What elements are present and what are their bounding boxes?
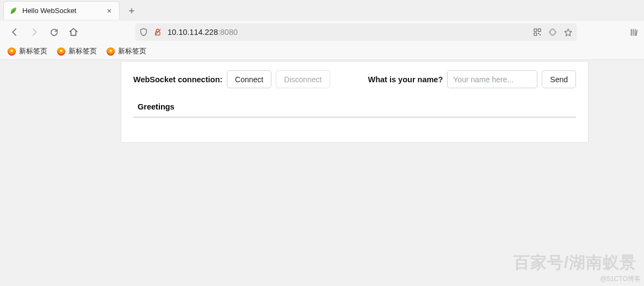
extension-icon[interactable] bbox=[548, 28, 557, 36]
browser-toolbar: 10.10.114.228 :8080 bbox=[0, 21, 644, 44]
home-button[interactable] bbox=[65, 24, 82, 40]
svg-rect-5 bbox=[538, 33, 539, 34]
bookmark-item[interactable]: 新标签页 bbox=[107, 47, 146, 56]
insecure-lock-icon[interactable] bbox=[153, 28, 162, 36]
svg-rect-6 bbox=[540, 34, 541, 35]
name-prompt-label: What is your name? bbox=[368, 75, 443, 84]
connect-button[interactable]: Connect bbox=[227, 70, 271, 88]
tab-title: Hello WebSocket bbox=[22, 7, 101, 15]
leaf-icon bbox=[9, 7, 18, 15]
address-host: 10.10.114.228 bbox=[168, 28, 218, 36]
reload-button[interactable] bbox=[46, 24, 62, 40]
address-text: 10.10.114.228 :8080 bbox=[168, 28, 238, 36]
disconnect-button[interactable]: Disconnect bbox=[276, 70, 330, 88]
tab-strip: Hello WebSocket × ＋ bbox=[0, 0, 644, 21]
svg-rect-2 bbox=[534, 29, 537, 32]
bookmark-item[interactable]: 新标签页 bbox=[8, 47, 47, 56]
name-input[interactable] bbox=[447, 70, 537, 88]
star-icon[interactable] bbox=[564, 28, 573, 37]
watermark-sub: @51CTO博客 bbox=[600, 275, 641, 284]
close-tab-icon[interactable]: × bbox=[105, 6, 114, 15]
bookmark-label: 新标签页 bbox=[19, 47, 47, 56]
library-icon[interactable] bbox=[629, 28, 639, 37]
bookmark-label: 新标签页 bbox=[118, 47, 146, 56]
bookmark-item[interactable]: 新标签页 bbox=[57, 47, 97, 56]
bookmark-label: 新标签页 bbox=[69, 47, 97, 56]
main-panel: WebSocket connection: Connect Disconnect… bbox=[121, 61, 589, 143]
svg-rect-3 bbox=[538, 29, 541, 32]
connection-label: WebSocket connection: bbox=[133, 75, 222, 84]
new-tab-button[interactable]: ＋ bbox=[124, 3, 139, 18]
watermark-main: 百家号/湖南蚁景 bbox=[513, 252, 636, 274]
back-button[interactable] bbox=[7, 24, 23, 40]
address-port: :8080 bbox=[218, 28, 238, 36]
bookmarks-bar: 新标签页 新标签页 新标签页 bbox=[0, 44, 644, 60]
address-bar[interactable]: 10.10.114.228 :8080 bbox=[135, 23, 577, 41]
form-row: WebSocket connection: Connect Disconnect… bbox=[133, 70, 576, 88]
firefox-icon bbox=[57, 47, 65, 56]
browser-tab[interactable]: Hello WebSocket × bbox=[3, 1, 120, 20]
firefox-icon bbox=[107, 47, 115, 56]
svg-rect-4 bbox=[534, 33, 537, 35]
forward-button[interactable] bbox=[26, 24, 42, 40]
qr-icon[interactable] bbox=[533, 28, 542, 36]
shield-icon[interactable] bbox=[139, 28, 148, 36]
send-button[interactable]: Send bbox=[542, 70, 576, 88]
firefox-icon bbox=[8, 47, 16, 56]
greetings-header: Greetings bbox=[133, 97, 576, 118]
